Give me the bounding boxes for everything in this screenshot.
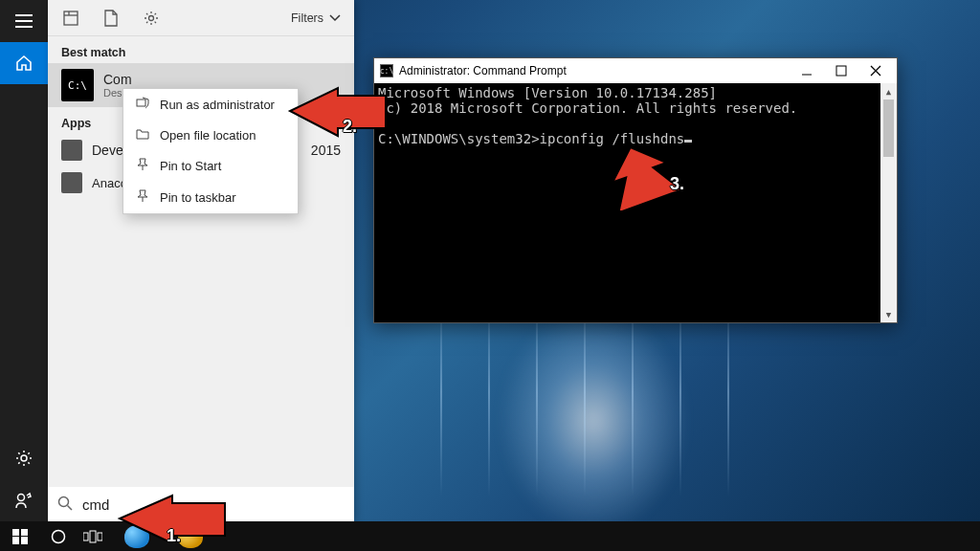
svg-rect-10 [83,533,88,540]
svg-point-5 [149,15,154,20]
rail-feedback-icon[interactable] [0,479,48,521]
cmd-title-icon: c:\ [380,64,393,77]
search-icon [57,496,73,514]
rail-home-icon[interactable] [0,42,48,84]
app-icon-anaconda [61,172,82,193]
annotation-step-1: 1. [167,526,181,546]
start-button[interactable] [6,522,34,551]
pin-taskbar-icon [135,189,150,206]
annotation-arrow-2 [285,82,390,140]
svg-point-1 [18,495,25,501]
svg-point-0 [21,455,27,461]
cmd-title-text: Administrator: Command Prompt [399,64,790,77]
svg-rect-2 [64,11,78,25]
ctx-open-location-label: Open file location [160,128,256,143]
cortana-panel: Filters Best match C:\ Com Deskt Apps De… [48,0,354,521]
tab-apps-icon[interactable] [61,9,80,28]
cmd-maximize-button[interactable] [824,59,858,82]
svg-line-8 [68,505,73,510]
svg-rect-11 [90,531,96,542]
cmd-vertical-scrollbar[interactable]: ▲ ▼ [880,83,897,322]
context-menu: Run as administrator Open file location … [122,88,299,214]
scroll-down-arrow-icon[interactable]: ▼ [880,306,897,322]
cortana-side-rail [0,0,48,521]
wallpaper-lines [402,287,804,536]
pin-start-icon [135,158,150,174]
svg-rect-12 [98,533,102,540]
scroll-track[interactable] [880,157,897,306]
cmd-line2: (c) 2018 Microsoft Corporation. All righ… [378,100,797,116]
taskbar-cortana-icon[interactable] [48,526,69,547]
cmd-cursor [684,140,692,143]
ctx-open-location[interactable]: Open file location [123,121,298,150]
filters-label: Filters [291,11,323,25]
svg-rect-6 [137,99,145,106]
cmd-minimize-button[interactable] [790,59,824,82]
ctx-run-as-admin-label: Run as administrator [160,98,275,112]
cmd-prompt: C:\WINDOWS\system32> [378,131,540,146]
scroll-thumb[interactable] [883,99,894,157]
ctx-pin-start[interactable]: Pin to Start [123,150,298,182]
annotation-step-2: 2. [343,117,357,137]
apps-item-0-suffix: 2015 [311,143,341,158]
cmd-close-button[interactable] [858,59,893,82]
folder-icon [135,128,150,143]
annotation-step-3: 3. [670,174,684,194]
rail-settings-icon[interactable] [0,437,48,479]
tab-settings-icon[interactable] [142,9,161,28]
cmd-line1: Microsoft Windows [Version 10.0.17134.28… [378,85,717,100]
tab-documents-icon[interactable] [101,9,121,28]
windows-logo-icon [12,529,28,544]
rail-menu-icon[interactable] [0,0,48,42]
ctx-pin-taskbar-label: Pin to taskbar [160,190,236,205]
best-match-title: Com [103,72,132,87]
chevron-down-icon [329,14,341,22]
ctx-pin-start-label: Pin to Start [160,159,221,173]
svg-point-7 [59,496,69,506]
scroll-up-arrow-icon[interactable]: ▲ [880,83,897,99]
cmd-titlebar[interactable]: c:\ Administrator: Command Prompt [374,58,897,83]
best-match-label: Best match [48,36,354,63]
svg-point-9 [53,530,65,542]
admin-shield-icon [135,97,150,113]
cmd-app-icon: C:\ [61,69,94,101]
filters-dropdown[interactable]: Filters [291,11,341,25]
ctx-run-as-admin[interactable]: Run as administrator [123,89,298,121]
taskbar-taskview-icon[interactable] [82,526,103,547]
app-icon-dev [61,140,82,161]
ctx-pin-taskbar[interactable]: Pin to taskbar [123,182,298,213]
svg-rect-14 [836,66,846,76]
cortana-tab-row: Filters [48,0,354,36]
